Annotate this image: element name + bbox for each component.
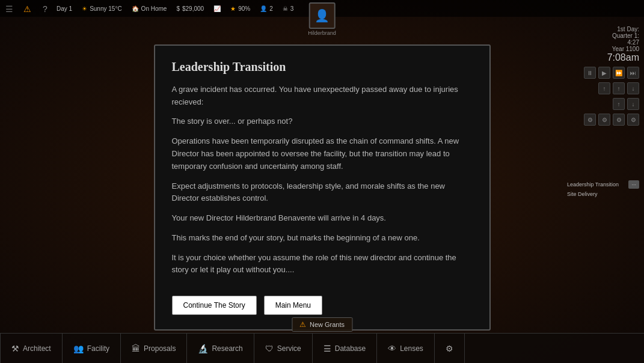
modal-paragraph-1: A grave incident has occurred. You have …	[172, 84, 473, 109]
modal-footer: Continue The Story Main Menu	[172, 296, 473, 315]
database-icon: ☰	[324, 344, 331, 353]
continue-story-button[interactable]: Continue The Story	[172, 296, 257, 315]
settings-icon: ⚙	[446, 344, 453, 353]
nav-label-facility: Facility	[87, 344, 109, 353]
modal-overlay: Leadership Transition A grave incident h…	[0, 0, 644, 363]
grants-text: New Grants	[310, 321, 345, 328]
modal-paragraph-7: It is your choice whether you assume the…	[172, 252, 473, 277]
nav-label-lenses: Lenses	[400, 344, 423, 353]
facility-icon: 👥	[73, 344, 84, 353]
modal-title: Leadership Transition	[172, 60, 473, 74]
nav-label-service: Service	[277, 344, 301, 353]
grants-notification[interactable]: ⚠ New Grants	[292, 317, 352, 332]
research-icon: 🔬	[198, 344, 208, 353]
nav-label-proposals: Proposals	[144, 344, 176, 353]
nav-item-database[interactable]: ☰ Database	[313, 334, 377, 363]
nav-item-architect[interactable]: ⚒ Architect	[0, 334, 63, 363]
nav-item-lenses[interactable]: 👁 Lenses	[377, 334, 435, 363]
modal-body: A grave incident has occurred. You have …	[172, 84, 473, 284]
bottom-nav: ⚒ Architect 👥 Facility 🏛 Proposals 🔬 Res…	[0, 333, 644, 363]
modal-paragraph-5: Your new Director Hilderbrand Benavente …	[172, 212, 473, 225]
nav-label-database: Database	[335, 344, 366, 353]
nav-label-architect: Architect	[23, 344, 51, 353]
leadership-transition-modal: Leadership Transition A grave incident h…	[154, 44, 491, 331]
modal-paragraph-6: This marks the end of your story, but ma…	[172, 232, 473, 245]
modal-paragraph-4: Expect adjustments to protocols, leaders…	[172, 180, 473, 206]
warning-icon: ⚠	[299, 320, 306, 329]
nav-label-research: Research	[212, 344, 242, 353]
architect-icon: ⚒	[11, 344, 19, 353]
modal-paragraph-3: Operations have been temporarily disrupt…	[172, 135, 473, 172]
service-icon: 🛡	[265, 344, 274, 353]
nav-item-service[interactable]: 🛡 Service	[254, 334, 313, 363]
nav-item-proposals[interactable]: 🏛 Proposals	[121, 334, 187, 363]
nav-item-settings[interactable]: ⚙	[435, 334, 465, 363]
nav-item-research[interactable]: 🔬 Research	[187, 334, 254, 363]
main-menu-button[interactable]: Main Menu	[264, 296, 322, 315]
proposals-icon: 🏛	[132, 344, 140, 353]
modal-paragraph-2: The story is over... or perhaps not?	[172, 115, 473, 128]
lenses-icon: 👁	[388, 344, 396, 353]
nav-item-facility[interactable]: 👥 Facility	[63, 334, 121, 363]
